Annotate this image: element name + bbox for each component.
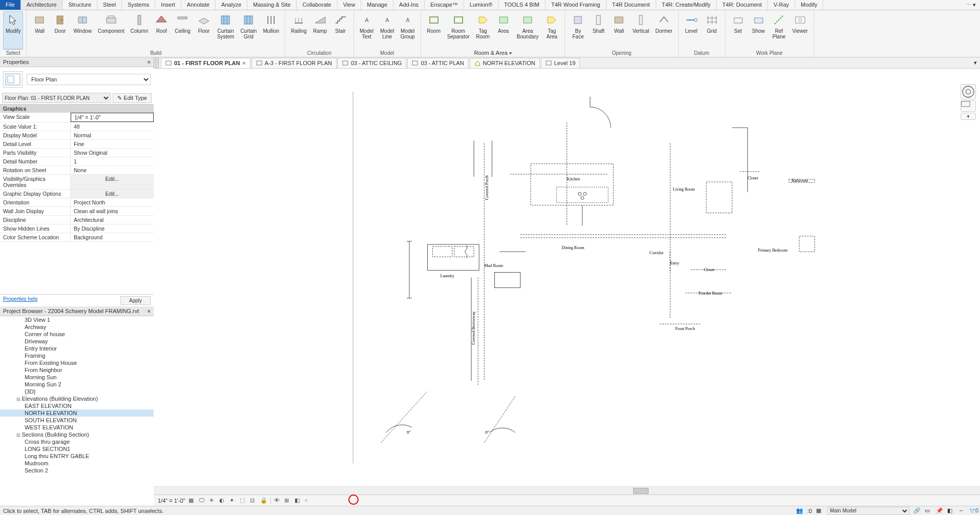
tree-item[interactable]: Archway bbox=[0, 323, 154, 331]
tree-group-sections[interactable]: Sections (Building Section) bbox=[0, 431, 154, 438]
tab-steel[interactable]: Steel bbox=[97, 0, 122, 10]
property-row[interactable]: Scale Value 1:48 bbox=[0, 122, 154, 131]
tab-enscape-[interactable]: Enscape™ bbox=[425, 0, 464, 10]
tool-area-boundary[interactable]: AreaBoundary bbox=[514, 11, 541, 49]
tree-item[interactable]: LONG SECTION1 bbox=[0, 445, 154, 452]
tab-v-ray[interactable]: V-Ray bbox=[768, 0, 795, 10]
lock-3d-icon[interactable]: 🔒 bbox=[260, 497, 267, 504]
shadows-icon[interactable]: ◐ bbox=[219, 497, 226, 504]
edit-type-button[interactable]: ✎Edit Type bbox=[113, 93, 152, 103]
tab-t4r-wood-framing[interactable]: T4R Wood Framing bbox=[546, 0, 607, 10]
drawing-canvas[interactable]: Kitchen Living Room Bathroom Closet Dini… bbox=[154, 69, 980, 486]
property-value[interactable]: 48 bbox=[71, 122, 154, 131]
tree-item[interactable]: Cross thru garage bbox=[0, 438, 154, 445]
tree-item[interactable]: Entry Interior bbox=[0, 345, 154, 352]
property-category[interactable]: Graphics bbox=[0, 105, 154, 113]
main-model-selector[interactable]: Main Model bbox=[827, 507, 909, 515]
property-row[interactable]: DisciplineArchitectural bbox=[0, 216, 154, 224]
tool-column[interactable]: Column bbox=[128, 11, 151, 50]
tree-item[interactable]: WEST ELEVATION bbox=[0, 424, 154, 431]
tool-wall[interactable]: Wall bbox=[609, 11, 629, 50]
view-tab-close-icon[interactable]: × bbox=[242, 60, 245, 66]
property-row[interactable]: Visibility/Graphics OverridesEdit... bbox=[0, 175, 154, 190]
tool-by-face[interactable]: ByFace bbox=[568, 11, 588, 50]
tab-systems[interactable]: Systems bbox=[122, 0, 155, 10]
view-tab[interactable]: 03 - ATTIC PLAN bbox=[407, 58, 468, 68]
tab-t4r-create-modify[interactable]: T4R: Create/Modify bbox=[656, 0, 717, 10]
property-value[interactable]: Normal bbox=[71, 131, 154, 139]
tool-show[interactable]: Show bbox=[749, 11, 768, 50]
tool-model-text[interactable]: AModelText bbox=[357, 11, 377, 50]
tab-architecture[interactable]: Architecture bbox=[21, 0, 63, 10]
property-row[interactable]: OrientationProject North bbox=[0, 198, 154, 207]
tool-grid[interactable]: Grid bbox=[702, 11, 722, 50]
view-tab[interactable]: NORTH ELEVATION bbox=[470, 58, 540, 68]
select-pinned-icon[interactable]: 📌 bbox=[936, 507, 943, 514]
tool-ceiling[interactable]: Ceiling bbox=[172, 11, 193, 50]
tree-item[interactable]: Driveway bbox=[0, 338, 154, 345]
property-row[interactable]: Detail Number1 bbox=[0, 157, 154, 166]
rendering-icon[interactable]: ✦ bbox=[230, 497, 237, 504]
tool-level[interactable]: Level bbox=[682, 11, 701, 50]
select-face-icon[interactable]: ◧ bbox=[947, 507, 954, 514]
tab-analyze[interactable]: Analyze bbox=[216, 0, 247, 10]
tree-item[interactable]: From Neighbor bbox=[0, 366, 154, 374]
tool-stair[interactable]: Stair bbox=[331, 11, 350, 50]
property-row[interactable]: Detail LevelFine bbox=[0, 140, 154, 149]
tool-ramp[interactable]: Ramp bbox=[310, 11, 330, 50]
modify-button[interactable]: Modify bbox=[3, 11, 23, 49]
tool-curtain-system[interactable]: CurtainSystem bbox=[215, 11, 237, 50]
property-value[interactable]: Fine bbox=[71, 140, 154, 148]
tool-window[interactable]: Window bbox=[71, 11, 94, 50]
tab-modify[interactable]: Modify bbox=[795, 0, 823, 10]
tab-annotate[interactable]: Annotate bbox=[181, 0, 216, 10]
apply-button[interactable]: Apply bbox=[120, 296, 151, 305]
tree-item[interactable]: SOUTH ELEVATION bbox=[0, 417, 154, 424]
tab-tools-4-bim[interactable]: TOOLS 4 BIM bbox=[498, 0, 546, 10]
property-value[interactable]: 1 bbox=[71, 157, 154, 166]
worksharing-icon[interactable]: ◧ bbox=[295, 497, 302, 504]
tool-room-separator[interactable]: RoomSeparator bbox=[445, 11, 472, 49]
property-row[interactable]: View Scale1/4" = 1'-0" bbox=[0, 113, 154, 122]
tree-item[interactable]: NORTH ELEVATION bbox=[0, 409, 154, 417]
tree-item[interactable]: EAST ELEVATION bbox=[0, 402, 154, 409]
ribbon-collapse-icon[interactable]: ⋯ ▾ bbox=[962, 0, 980, 10]
property-value[interactable]: Edit... bbox=[71, 175, 154, 189]
tool-component[interactable]: Component bbox=[95, 11, 127, 50]
view-tab[interactable]: A-3 - FIRST FLOOR PLAN bbox=[252, 58, 337, 68]
drag-elements-icon[interactable]: ↔ bbox=[958, 507, 966, 514]
property-row[interactable]: Rotation on SheetNone bbox=[0, 166, 154, 175]
tab-lumion-[interactable]: Lumion® bbox=[464, 0, 498, 10]
select-links-icon[interactable]: 🔗 bbox=[913, 507, 921, 514]
properties-close-icon[interactable]: × bbox=[148, 59, 151, 65]
view-tab[interactable]: Level 19 bbox=[541, 58, 580, 68]
tool-railing[interactable]: Railing bbox=[288, 11, 309, 50]
tool-model-group[interactable]: AModelGroup bbox=[398, 11, 418, 50]
tree-item[interactable]: {3D} bbox=[0, 388, 154, 395]
tab-add-ins[interactable]: Add-Ins bbox=[393, 0, 425, 10]
property-row[interactable]: Show Hidden LinesBy Discipline bbox=[0, 224, 154, 233]
tool-area[interactable]: Area bbox=[494, 11, 513, 49]
property-row[interactable]: Wall Join DisplayClean all wall joins bbox=[0, 207, 154, 216]
tree-item[interactable]: Long thru ENTRY GABLE bbox=[0, 452, 154, 460]
tree-item[interactable]: 3D View 1 bbox=[0, 316, 154, 323]
property-row[interactable]: Display ModelNormal bbox=[0, 131, 154, 140]
tree-item[interactable]: Morning Sun 2 bbox=[0, 381, 154, 388]
type-selector[interactable]: Floor Plan bbox=[27, 74, 151, 85]
tab-file[interactable]: File bbox=[0, 0, 21, 10]
crop-region-icon[interactable]: ⊡ bbox=[250, 497, 257, 504]
property-row[interactable]: Graphic Display OptionsEdit... bbox=[0, 190, 154, 198]
horizontal-scrollbar[interactable] bbox=[154, 486, 980, 495]
tree-item[interactable]: Framing bbox=[0, 352, 154, 359]
properties-help-link[interactable]: Properties help bbox=[3, 296, 37, 305]
tool-tag-area[interactable]: TagArea bbox=[542, 11, 561, 49]
project-browser-tree[interactable]: 3D View 1ArchwayCorner of houseDrivewayE… bbox=[0, 316, 154, 506]
detail-level-icon[interactable]: ▦ bbox=[189, 497, 196, 504]
tool-viewer[interactable]: Viewer bbox=[790, 11, 810, 50]
instance-selector[interactable]: Floor Plan: 01 - FIRST FLOOR PLAN bbox=[2, 93, 111, 103]
property-row[interactable]: Parts VisibilityShow Original bbox=[0, 149, 154, 157]
property-value[interactable]: 1/4" = 1'-0" bbox=[71, 113, 154, 122]
tree-item[interactable]: Morning Sun bbox=[0, 374, 154, 381]
tool-roof[interactable]: Roof bbox=[152, 11, 171, 50]
tool-wall[interactable]: Wall bbox=[30, 11, 49, 50]
